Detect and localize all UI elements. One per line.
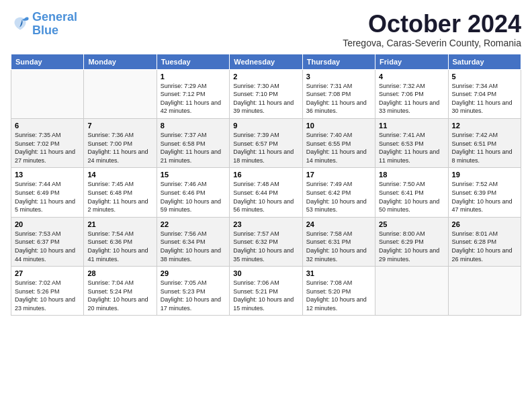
day-info: Sunrise: 7:48 AM Sunset: 6:44 PM Dayligh… <box>233 180 298 214</box>
day-info: Sunrise: 7:54 AM Sunset: 6:36 PM Dayligh… <box>87 230 152 263</box>
day-info: Sunrise: 7:41 AM Sunset: 6:53 PM Dayligh… <box>379 131 444 165</box>
calendar-cell: 25Sunrise: 8:00 AM Sunset: 6:29 PM Dayli… <box>375 217 448 266</box>
week-row-1: 1Sunrise: 7:29 AM Sunset: 7:12 PM Daylig… <box>11 69 521 118</box>
day-number: 3 <box>306 73 371 81</box>
day-number: 1 <box>161 73 226 81</box>
week-row-2: 6Sunrise: 7:35 AM Sunset: 7:02 PM Daylig… <box>11 118 521 167</box>
day-header-thursday: Thursday <box>302 54 375 69</box>
day-number: 20 <box>15 220 80 228</box>
calendar-cell: 6Sunrise: 7:35 AM Sunset: 7:02 PM Daylig… <box>11 118 84 167</box>
day-number: 8 <box>161 122 226 130</box>
day-info: Sunrise: 7:31 AM Sunset: 7:08 PM Dayligh… <box>306 82 371 116</box>
day-info: Sunrise: 7:02 AM Sunset: 5:26 PM Dayligh… <box>15 279 80 312</box>
day-header-sunday: Sunday <box>11 54 84 69</box>
day-number: 4 <box>379 73 444 81</box>
day-number: 13 <box>15 171 80 179</box>
day-number: 30 <box>233 269 298 277</box>
day-number: 9 <box>233 122 298 130</box>
day-number: 12 <box>452 122 517 130</box>
day-number: 29 <box>161 269 226 277</box>
calendar-table: SundayMondayTuesdayWednesdayThursdayFrid… <box>11 54 521 316</box>
day-info: Sunrise: 7:04 AM Sunset: 5:24 PM Dayligh… <box>87 279 152 312</box>
day-number: 27 <box>15 269 80 277</box>
day-info: Sunrise: 7:32 AM Sunset: 7:06 PM Dayligh… <box>379 82 444 116</box>
calendar-cell: 28Sunrise: 7:04 AM Sunset: 5:24 PM Dayli… <box>84 267 157 316</box>
calendar-cell: 1Sunrise: 7:29 AM Sunset: 7:12 PM Daylig… <box>157 69 229 118</box>
day-number: 28 <box>87 269 152 277</box>
logo-text: General Blue <box>32 11 77 38</box>
day-number: 17 <box>306 171 371 179</box>
day-number: 5 <box>452 73 517 81</box>
day-info: Sunrise: 7:35 AM Sunset: 7:02 PM Dayligh… <box>15 131 80 165</box>
calendar-cell: 21Sunrise: 7:54 AM Sunset: 6:36 PM Dayli… <box>84 217 157 266</box>
day-header-saturday: Saturday <box>448 54 521 69</box>
logo: General Blue <box>11 11 77 38</box>
day-info: Sunrise: 7:40 AM Sunset: 6:55 PM Dayligh… <box>306 131 371 165</box>
day-number: 16 <box>233 171 298 179</box>
calendar-cell: 23Sunrise: 7:57 AM Sunset: 6:32 PM Dayli… <box>230 217 302 266</box>
day-info: Sunrise: 7:50 AM Sunset: 6:41 PM Dayligh… <box>379 180 444 214</box>
calendar-cell: 15Sunrise: 7:46 AM Sunset: 6:46 PM Dayli… <box>157 168 229 217</box>
day-info: Sunrise: 7:45 AM Sunset: 6:48 PM Dayligh… <box>87 180 152 214</box>
day-header-tuesday: Tuesday <box>157 54 229 69</box>
day-info: Sunrise: 7:30 AM Sunset: 7:10 PM Dayligh… <box>233 82 298 116</box>
calendar-cell <box>448 267 521 316</box>
calendar-cell: 17Sunrise: 7:49 AM Sunset: 6:42 PM Dayli… <box>302 168 375 217</box>
day-number: 11 <box>379 122 444 130</box>
day-info: Sunrise: 7:46 AM Sunset: 6:46 PM Dayligh… <box>161 180 226 214</box>
day-info: Sunrise: 7:57 AM Sunset: 6:32 PM Dayligh… <box>233 230 298 263</box>
calendar-cell: 14Sunrise: 7:45 AM Sunset: 6:48 PM Dayli… <box>84 168 157 217</box>
day-info: Sunrise: 7:56 AM Sunset: 6:34 PM Dayligh… <box>161 230 226 263</box>
calendar-cell: 26Sunrise: 8:01 AM Sunset: 6:28 PM Dayli… <box>448 217 521 266</box>
day-number: 23 <box>233 220 298 228</box>
day-header-monday: Monday <box>84 54 157 69</box>
day-number: 15 <box>161 171 226 179</box>
day-info: Sunrise: 8:01 AM Sunset: 6:28 PM Dayligh… <box>452 230 517 263</box>
calendar-cell: 11Sunrise: 7:41 AM Sunset: 6:53 PM Dayli… <box>375 118 448 167</box>
calendar-cell: 10Sunrise: 7:40 AM Sunset: 6:55 PM Dayli… <box>302 118 375 167</box>
calendar-cell: 2Sunrise: 7:30 AM Sunset: 7:10 PM Daylig… <box>230 69 302 118</box>
day-number: 10 <box>306 122 371 130</box>
month-title: October 2024 <box>343 11 521 38</box>
day-info: Sunrise: 7:58 AM Sunset: 6:31 PM Dayligh… <box>306 230 371 263</box>
calendar-header: SundayMondayTuesdayWednesdayThursdayFrid… <box>11 54 521 69</box>
day-info: Sunrise: 7:53 AM Sunset: 6:37 PM Dayligh… <box>15 230 80 263</box>
calendar-cell: 3Sunrise: 7:31 AM Sunset: 7:08 PM Daylig… <box>302 69 375 118</box>
title-section: October 2024 Teregova, Caras-Severin Cou… <box>343 11 521 48</box>
day-info: Sunrise: 7:39 AM Sunset: 6:57 PM Dayligh… <box>233 131 298 165</box>
day-number: 22 <box>161 220 226 228</box>
calendar-cell: 30Sunrise: 7:06 AM Sunset: 5:21 PM Dayli… <box>230 267 302 316</box>
calendar-cell: 27Sunrise: 7:02 AM Sunset: 5:26 PM Dayli… <box>11 267 84 316</box>
day-info: Sunrise: 7:29 AM Sunset: 7:12 PM Dayligh… <box>161 82 226 116</box>
calendar-cell: 16Sunrise: 7:48 AM Sunset: 6:44 PM Dayli… <box>230 168 302 217</box>
calendar-cell <box>84 69 157 118</box>
day-number: 6 <box>15 122 80 130</box>
day-info: Sunrise: 7:44 AM Sunset: 6:49 PM Dayligh… <box>15 180 80 214</box>
day-info: Sunrise: 7:05 AM Sunset: 5:23 PM Dayligh… <box>161 279 226 312</box>
calendar-cell: 5Sunrise: 7:34 AM Sunset: 7:04 PM Daylig… <box>448 69 521 118</box>
logo-icon <box>11 15 30 34</box>
calendar-cell: 12Sunrise: 7:42 AM Sunset: 6:51 PM Dayli… <box>448 118 521 167</box>
calendar-cell <box>375 267 448 316</box>
day-number: 21 <box>87 220 152 228</box>
day-info: Sunrise: 7:34 AM Sunset: 7:04 PM Dayligh… <box>452 82 517 116</box>
calendar-cell: 13Sunrise: 7:44 AM Sunset: 6:49 PM Dayli… <box>11 168 84 217</box>
calendar-cell: 29Sunrise: 7:05 AM Sunset: 5:23 PM Dayli… <box>157 267 229 316</box>
header-row: SundayMondayTuesdayWednesdayThursdayFrid… <box>11 54 521 69</box>
day-info: Sunrise: 7:52 AM Sunset: 6:39 PM Dayligh… <box>452 180 517 214</box>
day-number: 19 <box>452 171 517 179</box>
day-number: 18 <box>379 171 444 179</box>
day-info: Sunrise: 7:06 AM Sunset: 5:21 PM Dayligh… <box>233 279 298 312</box>
day-header-wednesday: Wednesday <box>230 54 302 69</box>
calendar-cell: 31Sunrise: 7:08 AM Sunset: 5:20 PM Dayli… <box>302 267 375 316</box>
day-info: Sunrise: 7:37 AM Sunset: 6:58 PM Dayligh… <box>161 131 226 165</box>
day-info: Sunrise: 7:49 AM Sunset: 6:42 PM Dayligh… <box>306 180 371 214</box>
calendar-cell: 24Sunrise: 7:58 AM Sunset: 6:31 PM Dayli… <box>302 217 375 266</box>
calendar-cell: 4Sunrise: 7:32 AM Sunset: 7:06 PM Daylig… <box>375 69 448 118</box>
week-row-3: 13Sunrise: 7:44 AM Sunset: 6:49 PM Dayli… <box>11 168 521 217</box>
calendar-cell: 9Sunrise: 7:39 AM Sunset: 6:57 PM Daylig… <box>230 118 302 167</box>
page-header: General Blue October 2024 Teregova, Cara… <box>11 11 521 48</box>
day-number: 7 <box>87 122 152 130</box>
week-row-4: 20Sunrise: 7:53 AM Sunset: 6:37 PM Dayli… <box>11 217 521 266</box>
calendar-cell: 20Sunrise: 7:53 AM Sunset: 6:37 PM Dayli… <box>11 217 84 266</box>
